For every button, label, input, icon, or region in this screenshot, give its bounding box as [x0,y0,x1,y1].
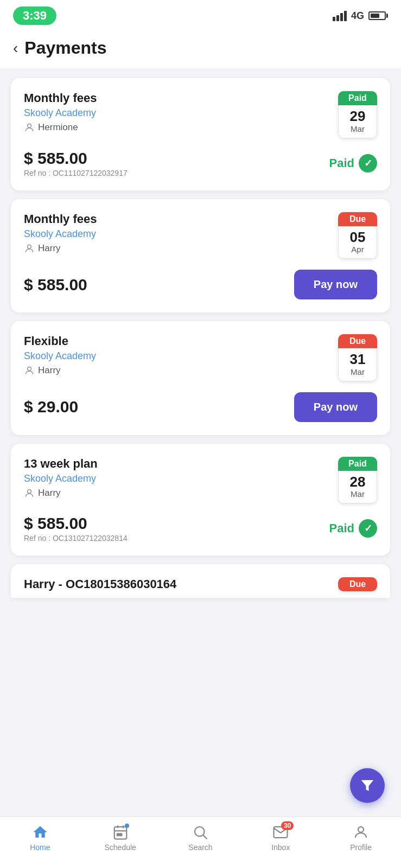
svg-rect-9 [119,834,122,836]
payment-card-3: Flexible Skooly Academy Harry Due 31 Mar [11,321,390,435]
nav-label-search: Search [188,843,212,852]
back-button[interactable]: ‹ [13,40,18,57]
svg-line-11 [203,835,207,839]
status-bar: 3:39 4G [0,0,401,29]
card-2-title: Monthly fees [24,212,338,226]
card-1-paid-status: Paid ✓ [329,154,377,173]
svg-rect-4 [114,827,126,839]
card-1-amount: $ 585.00 [24,149,128,168]
search-icon [192,824,209,841]
card-4-ref: Ref no : OC131027122032814 [24,534,128,542]
battery-icon [368,11,388,20]
svg-point-10 [195,827,205,837]
payment-card-2: Monthly fees Skooly Academy Harry due 05… [11,199,390,313]
nav-label-profile: Profile [350,843,372,852]
card-3-school[interactable]: Skooly Academy [24,350,338,362]
card-1-ref: Ref no : OC111027122032917 [24,169,128,177]
network-label: 4G [351,10,364,22]
payment-card-1: Monthly fees Skooly Academy Hermione Pai… [11,78,390,190]
bottom-nav: Home Schedule Search 30 [0,816,401,868]
svg-point-12 [358,827,364,832]
person-icon [24,365,35,376]
nav-item-profile[interactable]: Profile [334,824,388,852]
card-4-paid-status: Paid ✓ [329,519,377,538]
check-icon: ✓ [359,519,377,538]
card-1-person: Hermione [24,122,338,133]
status-time: 3:39 [13,7,56,25]
svg-rect-8 [117,834,119,836]
svg-point-2 [28,367,31,371]
filter-icon [359,777,375,794]
pay-now-button-3[interactable]: Pay now [294,392,377,422]
card-2-school[interactable]: Skooly Academy [24,228,338,240]
inbox-icon: 30 [272,824,289,841]
svg-point-0 [28,124,31,127]
nav-item-home[interactable]: Home [13,824,67,852]
nav-label-schedule: Schedule [104,843,136,852]
person-icon [24,488,35,499]
page-title: Payments [24,38,106,58]
card-3-person: Harry [24,365,338,376]
header: ‹ Payments [0,29,401,69]
card-2-amount: $ 585.00 [24,276,87,294]
card-4-title: 13 week plan [24,457,338,471]
payment-card-4: 13 week plan Skooly Academy Harry Paid 2… [11,444,390,556]
check-icon: ✓ [359,154,377,173]
card-3-title: Flexible [24,334,338,348]
card-3-date-badge: Due 31 Mar [338,334,377,381]
partial-card-badge: Due [338,577,377,591]
card-4-person: Harry [24,488,338,499]
card-1-title: Monthly fees [24,91,338,105]
partial-card-title: Harry - OC18015386030164 [24,577,338,591]
partial-card: Harry - OC18015386030164 Due [11,564,390,598]
profile-icon [352,824,370,841]
svg-point-3 [28,489,31,493]
card-3-amount: $ 29.00 [24,398,78,416]
nav-label-home: Home [30,843,50,852]
card-2-person: Harry [24,243,338,254]
card-1-date-badge: Paid 29 Mar [338,91,377,138]
home-icon [31,824,49,841]
calendar-icon [112,824,129,841]
person-icon [24,122,35,133]
nav-item-schedule[interactable]: Schedule [93,824,148,852]
card-4-school[interactable]: Skooly Academy [24,473,338,484]
nav-item-search[interactable]: Search [173,824,227,852]
nav-item-inbox[interactable]: 30 Inbox [253,824,308,852]
svg-point-1 [28,245,31,248]
card-1-school[interactable]: Skooly Academy [24,107,338,119]
card-4-date-badge: Paid 28 Mar [338,457,377,504]
signal-icon [333,10,347,21]
pay-now-button-2[interactable]: Pay now [294,270,377,299]
payments-list: Monthly fees Skooly Academy Hermione Pai… [0,69,401,685]
status-icons: 4G [333,10,388,22]
filter-fab[interactable] [350,768,385,803]
card-4-amount: $ 585.00 [24,514,128,533]
nav-label-inbox: Inbox [271,843,290,852]
card-2-date-badge: due 05 Apr [338,212,377,259]
person-icon [24,243,35,254]
